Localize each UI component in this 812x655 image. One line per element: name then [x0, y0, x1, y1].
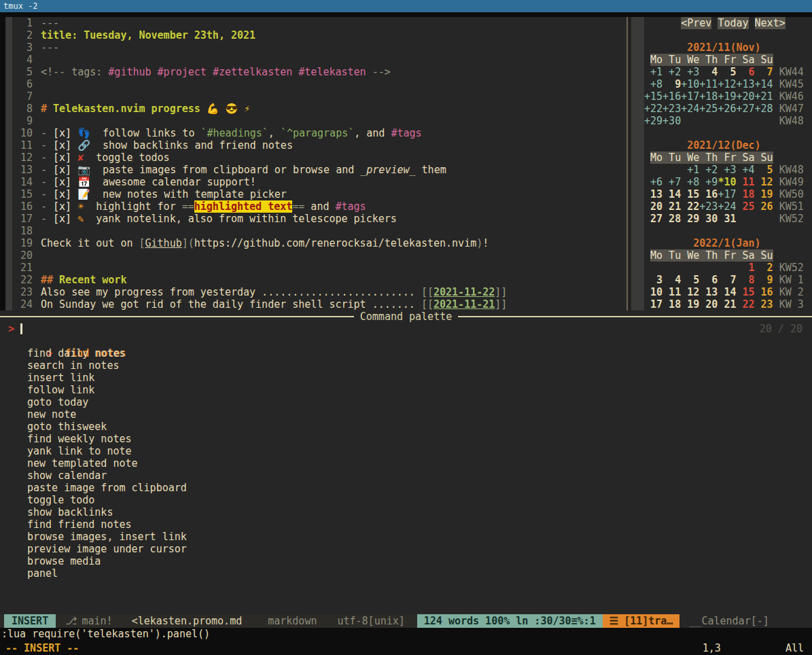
palette-item[interactable]: new note	[0, 408, 812, 421]
editor-line[interactable]: 16- [x] ☀ highlight for ==highlighted te…	[12, 200, 626, 213]
editor-line[interactable]: 8# Telekasten.nvim progress 💪 😎 ⚡	[12, 103, 626, 115]
calendar-day[interactable]: +25	[699, 103, 718, 115]
palette-item[interactable]: insert link	[0, 372, 812, 384]
calendar-day[interactable]: 29	[681, 213, 699, 225]
calendar-day[interactable]: +19	[718, 90, 736, 103]
calendar-day[interactable]: +24	[718, 200, 736, 213]
calendar-day[interactable]: +30	[663, 115, 681, 127]
calendar-day[interactable]: +1	[644, 66, 663, 78]
palette-item[interactable]: toggle todo	[0, 494, 812, 506]
palette-item[interactable]: browse media	[0, 555, 812, 567]
calendar-day[interactable]: +21	[755, 90, 773, 103]
editor-window[interactable]: 1---2title: Tuesday, November 23th, 2021…	[12, 17, 626, 311]
calendar-day[interactable]: 23	[755, 298, 773, 311]
calendar-day[interactable]: 30	[699, 213, 718, 225]
calendar-day[interactable]: +9	[699, 176, 718, 188]
editor-line[interactable]: 7	[12, 90, 626, 103]
calendar-day[interactable]: 27	[644, 213, 663, 225]
calendar-day[interactable]: 25	[736, 200, 754, 213]
calendar-day[interactable]: +8	[644, 78, 663, 90]
calendar-day[interactable]: +20	[736, 90, 754, 103]
editor-line[interactable]: 3---	[12, 41, 626, 54]
calendar-day[interactable]: 22	[681, 200, 699, 213]
palette-item[interactable]: browse images, insert link	[0, 531, 812, 543]
palette-item[interactable]: preview image under cursor	[0, 543, 812, 555]
calendar-day[interactable]: +4	[736, 164, 754, 176]
calendar-day[interactable]: 3	[644, 274, 663, 286]
calendar-day[interactable]: 7	[718, 274, 736, 286]
calendar-day[interactable]: 18	[663, 298, 681, 311]
editor-line[interactable]: 1---	[12, 17, 626, 29]
calendar-day[interactable]: +24	[681, 103, 699, 115]
calendar-day[interactable]: +26	[718, 103, 736, 115]
calendar-day[interactable]: 8	[736, 274, 754, 286]
palette-item[interactable]: panel	[0, 567, 812, 580]
calendar-day[interactable]: +2	[663, 66, 681, 78]
editor-line[interactable]: 10- [x] 👣 follow links to `#headings`, `…	[12, 127, 626, 139]
calendar-day[interactable]: +27	[736, 103, 754, 115]
calendar-day[interactable]: +7	[663, 176, 681, 188]
calendar-day[interactable]: 26	[755, 200, 773, 213]
editor-line[interactable]: 12- [x] ✘ toggle todos	[12, 152, 626, 164]
calendar-day[interactable]: 22	[736, 298, 754, 311]
palette-item[interactable]: find weekly notes	[0, 433, 812, 445]
calendar-day[interactable]: 1	[736, 262, 754, 274]
calendar-day[interactable]: +12	[718, 78, 736, 90]
prev-button[interactable]: <Prev	[681, 17, 711, 29]
palette-item[interactable]: yank link to note	[0, 445, 812, 457]
calendar-day[interactable]: 18	[736, 188, 754, 200]
calendar-day-today[interactable]: *10	[718, 176, 736, 188]
palette-item[interactable]: paste image from clipboard	[0, 482, 812, 494]
calendar-day[interactable]: 15	[681, 188, 699, 200]
palette-item[interactable]: goto today	[0, 396, 812, 408]
editor-line[interactable]: 15- [x] 📝 new notes with template picker	[12, 188, 626, 200]
calendar-day[interactable]: 2	[755, 262, 773, 274]
calendar-day[interactable]: +1	[681, 164, 699, 176]
today-button[interactable]: Today	[718, 17, 748, 29]
calendar-day[interactable]: 10	[644, 286, 663, 298]
calendar-day[interactable]: +2	[699, 164, 718, 176]
palette-prompt[interactable]: > 20 / 20	[0, 323, 812, 335]
calendar-day[interactable]: +3	[681, 66, 699, 78]
calendar-day[interactable]: 5	[718, 66, 736, 78]
palette-item[interactable]: find friend notes	[0, 518, 812, 531]
calendar-day[interactable]: +15	[644, 90, 663, 103]
palette-item[interactable]: goto thisweek	[0, 421, 812, 433]
note-link[interactable]: 2021-11-22	[434, 286, 495, 298]
calendar-day[interactable]: 9	[663, 78, 681, 90]
calendar-day[interactable]: 31	[718, 213, 736, 225]
calendar-day[interactable]: 7	[755, 66, 773, 78]
calendar-day[interactable]: +17	[718, 188, 736, 200]
calendar-day[interactable]: +22	[644, 103, 663, 115]
editor-line[interactable]: 17- [x] ✎ yank notelink, also from withi…	[12, 213, 626, 225]
calendar-day[interactable]: +16	[663, 90, 681, 103]
calendar-day[interactable]: +10	[681, 78, 699, 90]
calendar-day[interactable]: 14	[718, 286, 736, 298]
calendar-day[interactable]: 16	[755, 286, 773, 298]
editor-line[interactable]: 23Also see my progress from yesterday ..…	[12, 286, 626, 298]
palette-item[interactable]: new templated note	[0, 457, 812, 470]
palette-item[interactable]: follow link	[0, 384, 812, 396]
calendar-day[interactable]: 19	[755, 188, 773, 200]
calendar-day[interactable]: +14	[755, 78, 773, 90]
editor-line[interactable]: 9	[12, 115, 626, 127]
editor-line[interactable]: 2title: Tuesday, November 23th, 2021	[12, 29, 626, 41]
command-line[interactable]: :lua require('telekasten').panel()	[0, 628, 812, 641]
palette-item[interactable]: find daily notes	[0, 347, 812, 359]
editor-line[interactable]: 6	[12, 78, 626, 90]
editor-line[interactable]: 5<!-- tags: #github #project #zettelkast…	[12, 66, 626, 78]
calendar-day[interactable]: 4	[699, 66, 718, 78]
next-button[interactable]: Next>	[755, 17, 785, 29]
calendar-day[interactable]: +11	[699, 78, 718, 90]
editor-line[interactable]: 21	[12, 262, 626, 274]
calendar-day[interactable]: +8	[681, 176, 699, 188]
calendar-day[interactable]: +23	[663, 103, 681, 115]
editor-line[interactable]: 13- [x] 📷 paste images from clipboard or…	[12, 164, 626, 176]
calendar-day[interactable]: 20	[699, 298, 718, 311]
editor-line[interactable]: 11- [x] 🔗 show backlinks and friend note…	[12, 139, 626, 152]
calendar-day[interactable]: 19	[681, 298, 699, 311]
calendar-day[interactable]: 9	[755, 274, 773, 286]
calendar-day[interactable]: 21	[663, 200, 681, 213]
calendar-day[interactable]: 21	[718, 298, 736, 311]
calendar-day[interactable]: +3	[718, 164, 736, 176]
